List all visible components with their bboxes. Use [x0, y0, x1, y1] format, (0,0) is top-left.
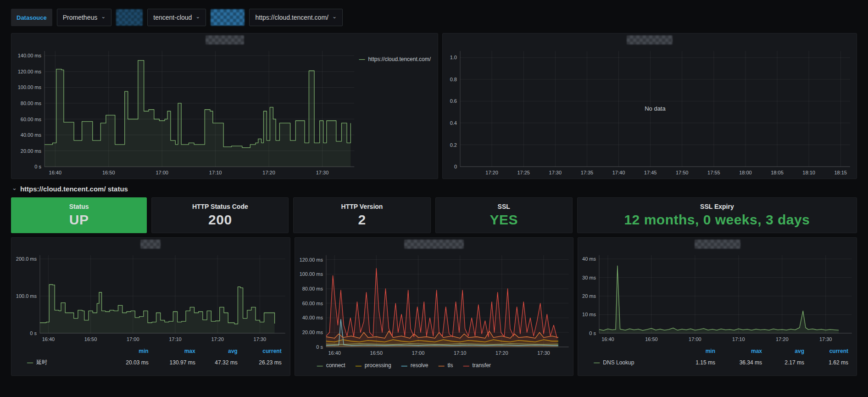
stat-header-max[interactable]: max — [715, 348, 762, 354]
svg-text:17:10: 17:10 — [732, 336, 745, 342]
job-select[interactable]: tencent-cloud ⌄ — [147, 9, 206, 26]
legend-label: transfer — [472, 362, 491, 369]
svg-text:0 s: 0 s — [316, 344, 323, 350]
svg-text:17:00: 17:00 — [156, 170, 168, 175]
panel-title-redacted[interactable] — [443, 34, 857, 46]
svg-text:17:35: 17:35 — [581, 170, 594, 175]
panel-title-redacted[interactable] — [295, 238, 573, 251]
svg-text:60.00 ms: 60.00 ms — [302, 301, 323, 306]
svg-text:10 ms: 10 ms — [582, 312, 596, 318]
panel-no-data: 00.20.40.60.81.017:2017:2517:3017:3517:4… — [442, 33, 857, 179]
svg-text:80.00 ms: 80.00 ms — [302, 286, 323, 291]
svg-text:16:50: 16:50 — [84, 336, 97, 342]
stat-header-max[interactable]: max — [149, 348, 195, 354]
stat-ssl: SSL YES — [435, 197, 573, 233]
panel-latency: 0 s100.0 ms200.0 ms16:4016:5017:0017:101… — [11, 237, 290, 376]
stat-avg: 2.17 ms — [762, 359, 804, 366]
datasource-value: Prometheus — [63, 14, 97, 21]
redacted-panel-title — [695, 240, 740, 249]
svg-text:17:30: 17:30 — [549, 170, 562, 175]
svg-text:140.00 ms: 140.00 ms — [18, 53, 42, 58]
legend-item-target-url[interactable]: — https://cloud.tencent.com/ — [359, 56, 436, 62]
svg-text:120.00 ms: 120.00 ms — [299, 257, 323, 263]
stat-value: YES — [490, 212, 518, 228]
legend-color-dash: — — [463, 362, 469, 369]
legend-stats-header: min max avg current — [27, 345, 282, 357]
svg-text:17:20: 17:20 — [485, 170, 498, 175]
redacted-panel-title — [206, 35, 244, 45]
svg-text:100.0 ms: 100.0 ms — [16, 293, 37, 299]
stat-title: Status — [69, 203, 89, 210]
legend-item-tls[interactable]: — tls — [438, 362, 453, 369]
svg-text:80.00 ms: 80.00 ms — [21, 101, 42, 106]
redacted-panel-title — [627, 35, 673, 45]
no-data-chart[interactable]: 00.20.40.60.81.017:2017:2517:3017:3517:4… — [445, 46, 855, 177]
redacted-panel-title — [140, 240, 161, 249]
panel-title-redacted[interactable] — [11, 34, 438, 46]
svg-text:17:20: 17:20 — [495, 350, 508, 356]
stat-header-min[interactable]: min — [673, 348, 715, 354]
panel-response-time: 0 s20.00 ms40.00 ms60.00 ms80.00 ms100.0… — [11, 33, 438, 179]
svg-text:17:50: 17:50 — [676, 170, 689, 175]
panel-title-redacted[interactable] — [11, 238, 290, 251]
row-header-status[interactable]: ⌄ https://cloud.tencent.com/ status — [12, 182, 857, 196]
legend-item-dns-lookup[interactable]: — DNS Lookup — [594, 359, 673, 366]
legend-item-processing[interactable]: — processing — [356, 362, 391, 369]
svg-text:0 s: 0 s — [30, 330, 37, 336]
chevron-down-icon: ⌄ — [101, 14, 106, 19]
svg-text:16:40: 16:40 — [49, 170, 62, 175]
svg-text:17:30: 17:30 — [537, 350, 550, 356]
legend-color-dash: — — [317, 362, 323, 369]
legend-label: connect — [326, 362, 345, 369]
svg-text:17:55: 17:55 — [707, 170, 720, 175]
svg-text:17:20: 17:20 — [211, 336, 224, 342]
legend-item-resolve[interactable]: — resolve — [401, 362, 428, 369]
svg-text:30 ms: 30 ms — [582, 275, 596, 280]
stat-current: 1.62 ms — [804, 359, 848, 366]
legend-label: processing — [365, 362, 391, 369]
svg-text:16:40: 16:40 — [328, 350, 341, 356]
legend-stats-table: min max avg current — DNS Lookup 1.15 ms… — [578, 343, 857, 368]
legend-item-connect[interactable]: — connect — [317, 362, 345, 369]
bottom-chart-row: 0 s100.0 ms200.0 ms16:4016:5017:0017:101… — [11, 237, 857, 376]
svg-text:17:10: 17:10 — [209, 170, 222, 175]
legend-color-dash: — — [594, 359, 600, 366]
legend-item-transfer[interactable]: — transfer — [463, 362, 491, 369]
http-timing-chart[interactable]: 0 s20.00 ms40.00 ms60.00 ms80.00 ms100.0… — [295, 251, 573, 357]
stat-avg: 47.32 ms — [195, 359, 238, 366]
stat-value: 2 — [358, 212, 366, 228]
stat-max: 130.97 ms — [149, 359, 195, 366]
stat-header-avg[interactable]: avg — [762, 348, 804, 354]
variables-toolbar: Datasouce Prometheus ⌄ tencent-cloud ⌄ h… — [11, 8, 857, 27]
legend-stats-table: min max avg current — 延时 20.03 ms 130.97… — [11, 343, 290, 368]
stat-title: HTTP Status Code — [192, 203, 248, 210]
target-value: https://cloud.tencent.com/ — [255, 14, 328, 21]
response-time-chart[interactable]: 0 s20.00 ms40.00 ms60.00 ms80.00 ms100.0… — [13, 46, 359, 177]
legend-color-dash: — — [27, 359, 33, 366]
svg-text:18:05: 18:05 — [771, 170, 784, 175]
stat-header-current[interactable]: current — [804, 348, 848, 354]
stat-header-current[interactable]: current — [238, 348, 282, 354]
svg-text:17:20: 17:20 — [776, 336, 789, 342]
panel-title-redacted[interactable] — [578, 238, 857, 251]
dns-lookup-chart[interactable]: 0 s10 ms20 ms30 ms40 ms16:4016:5017:0017… — [578, 251, 857, 343]
redacted-panel-title — [404, 240, 464, 249]
latency-chart[interactable]: 0 s100.0 ms200.0 ms16:4016:5017:0017:101… — [11, 251, 290, 343]
svg-text:200.0 ms: 200.0 ms — [16, 256, 37, 262]
svg-text:18:10: 18:10 — [802, 170, 815, 175]
svg-text:16:50: 16:50 — [645, 336, 658, 342]
legend-item-latency[interactable]: — 延时 — [27, 358, 106, 366]
stat-header-min[interactable]: min — [106, 348, 149, 354]
redacted-job-label — [116, 9, 143, 26]
stat-current: 26.23 ms — [238, 359, 282, 366]
top-chart-row: 0 s20.00 ms40.00 ms60.00 ms80.00 ms100.0… — [11, 33, 857, 179]
dashboard: Datasouce Prometheus ⌄ tencent-cloud ⌄ h… — [0, 0, 868, 376]
svg-text:1.0: 1.0 — [450, 55, 457, 60]
stat-max: 36.34 ms — [715, 359, 762, 366]
stat-header-avg[interactable]: avg — [195, 348, 238, 354]
stat-min: 1.15 ms — [673, 359, 715, 366]
target-select[interactable]: https://cloud.tencent.com/ ⌄ — [249, 9, 343, 26]
chart-legend: — connect — processing — resolve — tls — — [295, 357, 573, 374]
datasource-select[interactable]: Prometheus ⌄ — [57, 9, 112, 26]
svg-text:120.00 ms: 120.00 ms — [18, 69, 42, 74]
